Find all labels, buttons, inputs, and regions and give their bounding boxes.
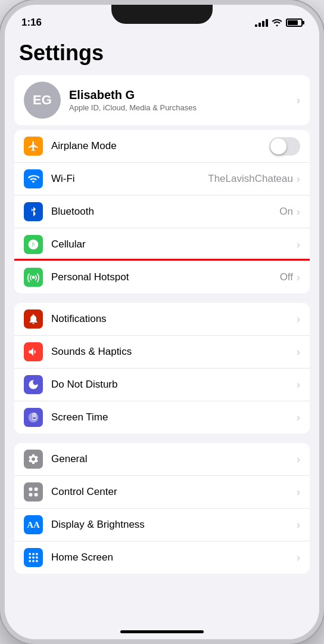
bluetooth-chevron: ›	[297, 206, 300, 218]
notifications-chevron: ›	[297, 313, 300, 326]
sounds-label: Sounds & Haptics	[51, 346, 297, 358]
hotspot-chevron: ›	[297, 271, 300, 284]
general-label: General	[51, 453, 297, 465]
home-screen-row[interactable]: Home Screen ›	[14, 541, 310, 574]
dnd-chevron: ›	[297, 379, 300, 391]
battery-icon	[286, 18, 303, 27]
bluetooth-icon	[24, 202, 43, 221]
wifi-label: Wi-Fi	[51, 173, 208, 185]
airplane-mode-label: Airplane Mode	[51, 140, 269, 152]
bluetooth-value: On	[279, 206, 293, 218]
display-chevron: ›	[297, 519, 300, 531]
svg-rect-15	[29, 560, 31, 562]
airplane-icon	[24, 137, 43, 156]
home-indicator	[120, 630, 204, 633]
general-chevron: ›	[297, 453, 300, 466]
dnd-icon	[24, 375, 43, 394]
screen-time-chevron: ›	[297, 411, 300, 424]
screen-time-label: Screen Time	[51, 411, 297, 423]
sounds-icon	[24, 342, 43, 361]
sounds-row[interactable]: Sounds & Haptics ›	[14, 336, 310, 369]
sounds-chevron: ›	[297, 346, 300, 358]
control-center-row[interactable]: Control Center ›	[14, 476, 310, 509]
wifi-status-icon	[272, 18, 282, 28]
wifi-row[interactable]: Wi-Fi TheLavishChateau ›	[14, 163, 310, 196]
cellular-chevron: ›	[297, 239, 300, 251]
phone-frame: 1:16 Settings E	[0, 0, 324, 644]
cellular-label: Cellular	[51, 239, 297, 250]
home-screen-label: Home Screen	[51, 552, 297, 564]
notifications-row[interactable]: Notifications ›	[14, 303, 310, 336]
svg-rect-16	[32, 560, 34, 562]
svg-rect-12	[29, 556, 31, 558]
svg-rect-17	[36, 560, 38, 562]
status-icons	[255, 18, 303, 28]
svg-rect-10	[32, 553, 34, 555]
profile-name: Elisabeth G	[69, 88, 297, 102]
avatar: EG	[24, 82, 61, 119]
control-center-label: Control Center	[51, 486, 297, 498]
hotspot-label: Personal Hotspot	[51, 271, 280, 283]
notifications-icon	[24, 309, 43, 329]
display-icon: AA	[24, 515, 43, 534]
screen-time-row[interactable]: Screen Time ›	[14, 401, 310, 434]
display-row[interactable]: AA Display & Brightness ›	[14, 509, 310, 541]
airplane-mode-row[interactable]: Airplane Mode	[14, 130, 310, 163]
cellular-icon	[24, 235, 43, 254]
profile-row[interactable]: EG Elisabeth G Apple ID, iCloud, Media &…	[14, 75, 310, 125]
page-title: Settings	[5, 33, 319, 75]
svg-rect-9	[29, 553, 31, 555]
screen-content: Settings EG Elisabeth G Apple ID, iCloud…	[5, 33, 319, 639]
cellular-row[interactable]: Cellular ›	[14, 228, 310, 261]
svg-rect-11	[36, 553, 38, 555]
dnd-label: Do Not Disturb	[51, 379, 297, 391]
general-row[interactable]: General ›	[14, 443, 310, 476]
bluetooth-label: Bluetooth	[51, 206, 279, 218]
svg-point-1	[32, 276, 35, 279]
wifi-value: TheLavishChateau	[208, 173, 293, 185]
personal-hotspot-row[interactable]: Personal Hotspot Off ›	[14, 261, 310, 293]
alerts-group: Notifications › Sounds & Haptics ›	[14, 303, 310, 434]
svg-rect-6	[35, 488, 38, 491]
svg-rect-7	[29, 493, 33, 497]
home-screen-chevron: ›	[297, 552, 300, 564]
home-screen-icon	[24, 548, 43, 567]
system-group: General › Control Center ›	[14, 443, 310, 574]
hotspot-value: Off	[280, 271, 293, 283]
notifications-label: Notifications	[51, 313, 297, 325]
control-center-icon	[24, 482, 43, 501]
svg-rect-8	[35, 493, 38, 497]
connectivity-group: Airplane Mode Wi-Fi TheLavishChateau ›	[14, 130, 310, 293]
profile-subtitle: Apple ID, iCloud, Media & Purchases	[69, 103, 297, 112]
profile-chevron: ›	[297, 94, 300, 107]
svg-rect-4	[33, 414, 36, 417]
airplane-mode-toggle[interactable]	[269, 137, 300, 156]
svg-rect-5	[29, 488, 33, 491]
dnd-row[interactable]: Do Not Disturb ›	[14, 369, 310, 401]
svg-rect-14	[36, 556, 38, 558]
profile-info: Elisabeth G Apple ID, iCloud, Media & Pu…	[69, 88, 297, 112]
wifi-chevron: ›	[297, 173, 300, 185]
notch	[111, 5, 213, 24]
bluetooth-row[interactable]: Bluetooth On ›	[14, 196, 310, 228]
wifi-icon	[24, 169, 43, 188]
hotspot-icon	[24, 268, 43, 287]
control-center-chevron: ›	[297, 486, 300, 499]
general-icon	[24, 450, 43, 469]
display-label: Display & Brightness	[51, 519, 297, 531]
profile-section[interactable]: EG Elisabeth G Apple ID, iCloud, Media &…	[14, 75, 310, 125]
screen-time-icon	[24, 408, 43, 427]
status-time: 1:16	[21, 17, 42, 29]
signal-icon	[255, 18, 268, 27]
svg-rect-13	[32, 556, 34, 558]
